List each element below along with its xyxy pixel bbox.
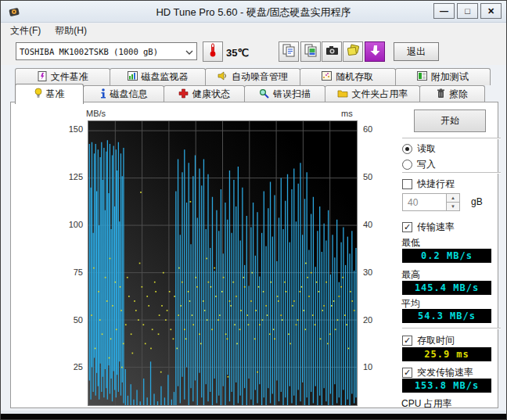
copy-text-button[interactable] <box>279 41 299 62</box>
right-axis-unit: ms <box>341 109 353 118</box>
tab-benchmark[interactable]: 基准 <box>15 84 84 104</box>
tab-acoustic-management[interactable]: 自动噪音管理 <box>205 68 300 85</box>
write-radio-label: 写入 <box>417 158 436 171</box>
menu-file[interactable]: 文件(F) <box>10 24 41 38</box>
tab-row-primary: 基准 磁盘信息 健康状态 错误扫描 文件夹占用率 擦除 <box>15 85 489 102</box>
axis-tick-label: 40 <box>363 220 372 229</box>
cpu-usage-label: CPU 占用率 <box>401 397 452 411</box>
tab-file-benchmark[interactable]: 文件基准 <box>15 68 110 85</box>
access-time-label: 存取时间 <box>417 334 455 347</box>
tab-label: 随机存取 <box>336 70 373 84</box>
checkbox-icon: ✓ <box>402 336 412 346</box>
tab-label: 文件夹占用率 <box>352 88 408 101</box>
radio-icon <box>402 144 412 154</box>
radio-icon <box>402 160 412 170</box>
tab-label: 磁盘监视器 <box>142 70 189 84</box>
separator <box>402 172 501 174</box>
tab-extra-tests[interactable]: 附加测试 <box>395 68 491 85</box>
axis-tick-label: 50 <box>63 315 83 325</box>
axis-tick-label: 125 <box>63 172 83 181</box>
capacity-value: 40 <box>403 194 446 210</box>
menu-help[interactable]: 帮助(H) <box>55 24 87 38</box>
separator <box>402 328 501 329</box>
axis-tick-label: 20 <box>363 315 372 325</box>
minimize-button[interactable]: — <box>433 3 455 19</box>
capacity-unit-label: gB <box>471 196 483 207</box>
write-radio[interactable]: 写入 <box>402 158 436 171</box>
copy-image-icon <box>304 44 318 60</box>
stepper-arrows[interactable]: ▲▼ <box>446 194 459 210</box>
transfer-rate-checkbox[interactable]: ✓ 传输速率 <box>402 221 455 234</box>
magnifier-icon <box>259 88 269 101</box>
arrow-down-icon[interactable]: ▼ <box>447 203 459 210</box>
arrow-down-icon <box>369 45 380 59</box>
checkbox-icon: ✓ <box>402 222 412 232</box>
tab-erase[interactable]: 擦除 <box>419 85 485 102</box>
max-label: 最高 <box>401 268 420 282</box>
axis-tick-label: 25 <box>63 362 83 372</box>
min-label: 最低 <box>401 236 420 249</box>
read-radio-label: 读取 <box>417 142 436 156</box>
arrow-up-icon[interactable]: ▲ <box>447 194 459 203</box>
download-results-button[interactable] <box>365 41 385 62</box>
screen-bottom-strip <box>1 414 506 420</box>
tab-label: 磁盘信息 <box>110 88 148 101</box>
benchmark-page: MB/s ms 150125100755025 605040302010 开始 … <box>10 102 498 408</box>
left-axis-unit: MB/s <box>86 109 106 118</box>
screenshot-button[interactable] <box>322 41 342 62</box>
access-time-checkbox[interactable]: ✓ 存取时间 <box>402 334 455 347</box>
start-button[interactable]: 开始 <box>414 109 486 132</box>
save-button[interactable] <box>343 41 363 62</box>
checkbox-icon <box>402 179 412 189</box>
trash-icon <box>437 88 445 101</box>
temperature-button[interactable] <box>203 41 223 62</box>
toolbar: TOSHIBA MK1002TSKB (1000 gB) 35℃ <box>1 38 506 65</box>
save-disks-icon <box>347 44 360 59</box>
tab-disk-monitor[interactable]: 磁盘监视器 <box>110 68 205 85</box>
drive-select-value: TOSHIBA MK1002TSKB (1000 gB) <box>20 47 158 56</box>
drive-select[interactable]: TOSHIBA MK1002TSKB (1000 gB) <box>16 42 197 60</box>
camera-icon <box>325 45 339 59</box>
info-icon <box>100 88 106 101</box>
copy-text-icon <box>282 44 296 60</box>
extra-tests-icon <box>417 71 427 83</box>
menu-bar: 文件(F) 帮助(H) <box>1 23 506 38</box>
tab-random-access[interactable]: 随机存取 <box>300 68 395 85</box>
hd-tune-window: HD Tune Pro 5.60 - 硬盘/固态硬盘实用程序 — □ ✕ 文件(… <box>0 0 507 420</box>
temperature-label: 35℃ <box>226 47 249 59</box>
short-stroke-label: 快捷行程 <box>417 178 455 191</box>
separator <box>402 138 501 139</box>
maximize-button[interactable]: □ <box>457 3 478 19</box>
tab-error-scan[interactable]: 错误扫描 <box>244 85 325 102</box>
tab-label: 附加测试 <box>431 70 469 84</box>
short-stroke-checkbox[interactable]: 快捷行程 <box>402 178 455 191</box>
axis-tick-label: 50 <box>363 172 372 181</box>
copy-image-button[interactable] <box>300 41 321 62</box>
burst-rate-display: 153.8 MB/s <box>402 379 491 393</box>
tab-row-secondary: 文件基准 磁盘监视器 自动噪音管理 随机存取 附加测试 <box>15 68 494 85</box>
tab-label: 文件基准 <box>51 70 88 84</box>
health-cross-icon <box>178 88 189 101</box>
tab-disk-info[interactable]: 磁盘信息 <box>83 85 164 102</box>
exit-button[interactable]: 退出 <box>394 42 439 61</box>
axis-tick-label: 10 <box>363 362 372 372</box>
file-benchmark-icon <box>38 71 47 84</box>
min-value-display: 0.2 MB/s <box>402 249 491 263</box>
capacity-stepper[interactable]: 40 ▲▼ <box>402 193 460 211</box>
tab-folder-usage[interactable]: 文件夹占用率 <box>325 85 420 102</box>
tab-health[interactable]: 健康状态 <box>164 85 245 102</box>
tab-label: 自动噪音管理 <box>232 70 288 84</box>
benchmark-plot-svg <box>88 121 357 405</box>
window-title: HD Tune Pro 5.60 - 硬盘/固态硬盘实用程序 <box>1 5 506 20</box>
close-button[interactable]: ✕ <box>480 3 502 19</box>
axis-tick-label: 75 <box>63 267 83 277</box>
checkbox-icon: ✓ <box>402 368 412 378</box>
burst-rate-label: 突发传输速率 <box>417 366 473 379</box>
scatter-icon <box>322 71 332 83</box>
tab-label: 健康状态 <box>192 88 230 101</box>
burst-rate-checkbox[interactable]: ✓ 突发传输速率 <box>402 366 473 379</box>
thermometer-icon <box>209 43 217 60</box>
tab-label: 错误扫描 <box>273 88 311 101</box>
read-radio[interactable]: 读取 <box>402 142 436 156</box>
title-bar[interactable]: HD Tune Pro 5.60 - 硬盘/固态硬盘实用程序 — □ ✕ <box>1 1 506 23</box>
